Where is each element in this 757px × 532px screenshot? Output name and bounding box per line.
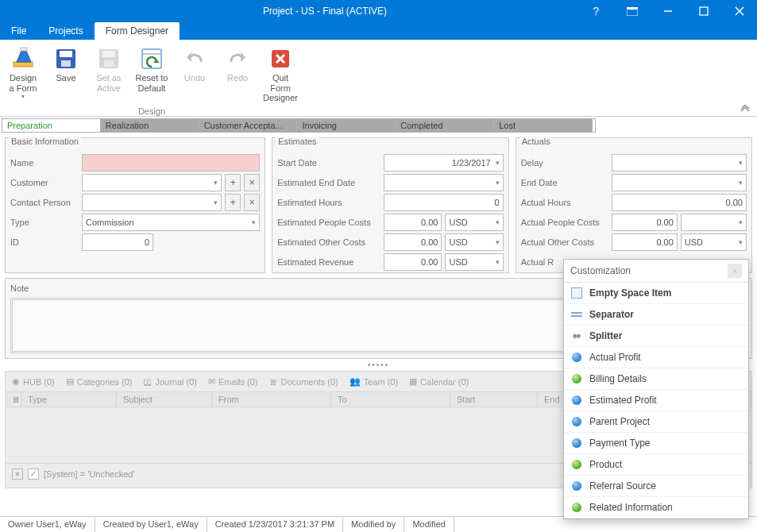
popup-item-estimated-profit[interactable]: Estimated Profit <box>564 390 748 411</box>
stage-realization[interactable]: Realization <box>101 119 199 132</box>
combo-type[interactable]: Commission▾ <box>82 214 260 231</box>
combo-actual-other-currency[interactable]: USD▾ <box>681 233 747 251</box>
ribbon-redo: Redo <box>218 43 257 87</box>
label-contact-person: Contact Person <box>10 198 79 207</box>
stage-invoicing[interactable]: Invoicing <box>297 119 396 132</box>
field-icon <box>570 437 583 449</box>
filter-checkbox[interactable]: ✓ <box>28 468 39 480</box>
team-icon: 👥 <box>350 376 361 387</box>
col-type[interactable]: Type <box>21 392 117 407</box>
svg-marker-19 <box>241 52 245 62</box>
combo-est-revenue-currency[interactable]: USD▾ <box>445 253 503 271</box>
input-delay[interactable]: ▾ <box>612 154 747 172</box>
tab-emails[interactable]: ✉Emails (0) <box>208 376 258 387</box>
filter-close-button[interactable]: × <box>12 468 23 480</box>
menubar: File Projects Form Designer <box>0 22 757 40</box>
customer-add-button[interactable]: + <box>225 174 241 191</box>
panel-title-actuals: Actuals <box>519 137 553 146</box>
svg-rect-11 <box>61 60 71 67</box>
minimize-button[interactable] <box>650 0 686 22</box>
label-start-date: Start Date <box>277 158 380 168</box>
input-actual-people-costs[interactable]: 0.00 <box>612 214 678 231</box>
popup-item-label: Actual Profit <box>589 352 641 363</box>
tab-documents[interactable]: 🗎Documents (0) <box>269 377 338 387</box>
tab-hub[interactable]: ◉HUB (0) <box>12 376 55 387</box>
popup-item-parent-project[interactable]: Parent Project <box>564 411 748 433</box>
input-actual-end-date[interactable]: ▾ <box>612 174 747 191</box>
svg-marker-18 <box>187 52 191 62</box>
stage-preparation[interactable]: Preparation <box>2 119 101 132</box>
col-from[interactable]: From <box>212 392 331 407</box>
stage-completed[interactable]: Completed <box>396 119 494 132</box>
tab-categories[interactable]: ▤Categories (0) <box>66 376 133 387</box>
input-est-other-costs[interactable]: 0.00 <box>384 233 442 251</box>
svg-rect-6 <box>14 62 33 67</box>
combo-est-people-currency[interactable]: USD▾ <box>445 214 503 231</box>
input-id[interactable]: 0 <box>82 233 153 251</box>
popup-item-related-information[interactable]: Related Information <box>564 497 748 519</box>
popup-item-payment-type[interactable]: Payment Type <box>564 433 748 454</box>
col-to[interactable]: To <box>331 392 450 407</box>
maximize-button[interactable] <box>686 0 721 22</box>
menu-file[interactable]: File <box>0 22 37 40</box>
input-actual-other-costs[interactable]: 0.00 <box>612 233 678 251</box>
combo-customer[interactable]: ▾ <box>82 174 222 191</box>
window-title: Project - US - Final (ACTIVE) <box>71 6 578 17</box>
popup-item-actual-profit[interactable]: Actual Profit <box>564 347 748 368</box>
input-est-people-costs[interactable]: 0.00 <box>384 214 442 231</box>
popup-close-button[interactable]: × <box>728 264 742 278</box>
help-button[interactable]: ? <box>578 5 614 17</box>
menu-form-designer[interactable]: Form Designer <box>95 22 180 40</box>
label-actual-hours: Actual Hours <box>521 198 608 207</box>
popup-item-splitter[interactable]: ⇔Splitter <box>564 326 748 347</box>
input-est-hours[interactable]: 0 <box>384 194 503 211</box>
ribbon-design-a-form[interactable]: Design a Form ▾ <box>3 43 43 103</box>
popup-item-separator[interactable]: Separator <box>564 304 748 326</box>
design-icon <box>10 46 36 71</box>
contact-add-button[interactable]: + <box>225 194 241 211</box>
set-active-icon <box>96 46 122 71</box>
ribbon-undo: Undo <box>175 43 214 87</box>
popup-item-product[interactable]: Product <box>564 454 748 476</box>
stage-customer-acceptance[interactable]: Customer Accepta... <box>199 119 298 132</box>
popup-item-label: Related Information <box>589 502 673 513</box>
input-name[interactable] <box>82 154 260 172</box>
popup-item-billing-details[interactable]: Billing Details <box>564 368 748 390</box>
field-link-icon <box>570 501 583 514</box>
combo-est-other-currency[interactable]: USD▾ <box>445 233 503 251</box>
field-icon <box>570 394 583 407</box>
tab-calendar[interactable]: ▦Calendar (0) <box>409 376 469 387</box>
col-subject[interactable]: Subject <box>117 392 212 407</box>
popup-item-empty-space-item[interactable]: Empty Space Item <box>564 283 748 304</box>
field-icon <box>570 415 583 428</box>
label-est-hours: Estimated Hours <box>277 198 380 207</box>
input-est-end-date[interactable]: ▾ <box>384 174 503 191</box>
input-actual-hours[interactable]: 0.00 <box>612 194 747 211</box>
label-type: Type <box>10 218 79 227</box>
popup-item-referral-source[interactable]: Referral Source <box>564 476 748 497</box>
stage-lost[interactable]: Lost <box>494 119 593 132</box>
ribbon-set-as-active: Set as Active <box>89 43 129 96</box>
journal-icon: 🕮 <box>143 377 152 387</box>
input-est-revenue[interactable]: 0.00 <box>384 253 442 271</box>
ribbon-collapse-icon[interactable] <box>740 105 751 113</box>
col-start[interactable]: Start <box>450 392 538 407</box>
close-button[interactable] <box>721 0 757 22</box>
customer-clear-button[interactable]: × <box>244 174 260 191</box>
ribbon-quit-form-designer[interactable]: Quit Form Designer <box>261 43 300 106</box>
ribbon-display-options[interactable] <box>614 0 650 22</box>
combo-actual-people-currency[interactable]: ▾ <box>681 214 747 231</box>
tab-team[interactable]: 👥Team (0) <box>350 376 398 387</box>
menu-projects[interactable]: Projects <box>37 22 94 40</box>
label-id: ID <box>10 237 79 247</box>
input-start-date[interactable]: 1/23/2017▾ <box>384 154 503 172</box>
ribbon-save[interactable]: Save <box>46 43 86 87</box>
tab-journal[interactable]: 🕮Journal (0) <box>143 377 197 387</box>
popup-item-label: Empty Space Item <box>589 287 671 299</box>
contact-clear-button[interactable]: × <box>244 194 260 211</box>
panel-actuals: Actuals Delay ▾ End Date ▾ Actual Hours … <box>516 137 752 273</box>
combo-contact-person[interactable]: ▾ <box>82 194 222 211</box>
label-est-end-date: Estimated End Date <box>277 178 380 187</box>
ribbon-reset-to-default[interactable]: Reset to Default <box>132 43 172 96</box>
col-icon[interactable]: 🗎 <box>6 392 21 407</box>
